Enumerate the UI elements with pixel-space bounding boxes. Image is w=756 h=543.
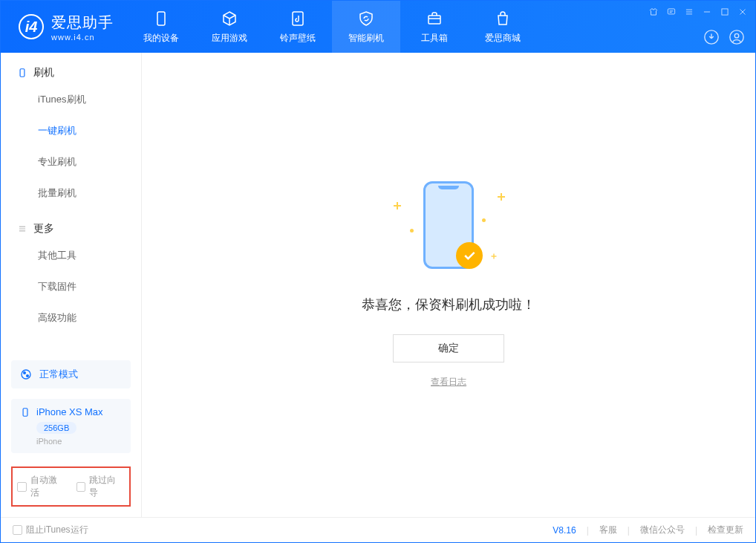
group-label: 更多	[33, 222, 54, 235]
dot-icon	[410, 229, 414, 233]
tshirt-icon[interactable]	[648, 7, 659, 17]
sidebar-item-pro-flash[interactable]: 专业刷机	[1, 146, 141, 178]
sidebar-item-itunes-flash[interactable]: iTunes刷机	[1, 84, 141, 115]
divider: |	[628, 525, 630, 536]
window-controls	[648, 7, 748, 17]
device-mode-card[interactable]: 正常模式	[11, 360, 131, 388]
flash-options-highlighted: 自动激活 跳过向导	[11, 466, 131, 507]
mode-icon	[20, 368, 32, 380]
menu-icon[interactable]	[684, 7, 694, 17]
sidebar-group-more: 更多	[1, 209, 141, 240]
music-file-icon	[289, 10, 307, 27]
tab-smart-flash[interactable]: 智能刷机	[332, 1, 400, 53]
sparkle-icon	[498, 193, 505, 201]
close-icon[interactable]	[737, 7, 748, 17]
main-content: 恭喜您，保资料刷机成功啦！ 确定 查看日志	[142, 53, 755, 517]
checkbox-skip-guide[interactable]: 跳过向导	[76, 474, 126, 499]
svg-rect-12	[23, 408, 27, 416]
support-link[interactable]: 客服	[599, 524, 617, 536]
tab-apps-games[interactable]: 应用游戏	[195, 1, 264, 53]
svg-rect-4	[722, 9, 728, 15]
sidebar-group-flash: 刷机	[1, 53, 141, 84]
version-label: V8.16	[553, 525, 576, 536]
tab-label: 工具箱	[421, 32, 448, 45]
divider: |	[695, 525, 697, 536]
view-log-link[interactable]: 查看日志	[431, 376, 466, 388]
tab-my-device[interactable]: 我的设备	[127, 1, 195, 53]
success-illustration	[389, 181, 508, 278]
main-tabs: 我的设备 应用游戏 铃声壁纸 智能刷机 工具箱 爱思商城	[127, 1, 537, 53]
svg-rect-1	[293, 12, 303, 25]
svg-rect-2	[428, 16, 440, 24]
svg-rect-8	[20, 69, 25, 77]
checkbox-icon	[76, 482, 86, 492]
download-icon[interactable]	[703, 29, 720, 45]
app-logo: i4 爱思助手 www.i4.cn	[1, 13, 127, 42]
feedback-icon[interactable]	[666, 7, 677, 17]
group-label: 刷机	[33, 66, 54, 79]
device-info-card[interactable]: iPhone XS Max 256GB iPhone	[11, 399, 131, 453]
check-update-link[interactable]: 检查更新	[708, 524, 743, 536]
toolbox-icon	[426, 10, 443, 27]
sidebar-item-advanced[interactable]: 高级功能	[1, 302, 141, 334]
success-message: 恭喜您，保资料刷机成功啦！	[362, 296, 535, 313]
sidebar-item-download-firmware[interactable]: 下载固件	[1, 271, 141, 302]
device-type: iPhone	[36, 437, 122, 446]
maximize-icon[interactable]	[720, 7, 730, 17]
svg-point-10	[24, 372, 26, 374]
checkbox-label: 阻止iTunes运行	[26, 524, 88, 536]
minimize-icon[interactable]	[702, 7, 712, 17]
checkbox-label: 跳过向导	[89, 474, 125, 499]
tab-store[interactable]: 爱思商城	[469, 1, 537, 53]
check-badge-icon	[456, 242, 483, 269]
sidebar-item-batch-flash[interactable]: 批量刷机	[1, 178, 141, 209]
footer: 阻止iTunes运行 V8.16 | 客服 | 微信公众号 | 检查更新	[1, 517, 755, 542]
sidebar-item-other-tools[interactable]: 其他工具	[1, 240, 141, 271]
checkbox-auto-activate[interactable]: 自动激活	[17, 474, 66, 499]
cube-icon	[221, 10, 238, 27]
wechat-link[interactable]: 微信公众号	[640, 524, 685, 536]
footer-right: V8.16 | 客服 | 微信公众号 | 检查更新	[553, 524, 743, 536]
device-icon	[17, 68, 27, 78]
sparkle-icon	[394, 202, 401, 209]
svg-point-6	[730, 30, 743, 44]
list-icon	[17, 224, 27, 234]
svg-point-7	[734, 33, 739, 38]
header-actions	[703, 29, 745, 45]
app-site: www.i4.cn	[51, 33, 114, 42]
device-name: iPhone XS Max	[36, 406, 103, 417]
svg-rect-0	[157, 12, 165, 25]
checkbox-block-itunes[interactable]: 阻止iTunes运行	[13, 524, 88, 536]
user-icon[interactable]	[729, 29, 745, 45]
device-mode: 正常模式	[39, 368, 78, 381]
tab-ringtone-wallpaper[interactable]: 铃声壁纸	[264, 1, 332, 53]
tab-label: 铃声壁纸	[280, 32, 316, 45]
logo-icon: i4	[19, 14, 44, 39]
device-storage: 256GB	[36, 422, 76, 434]
phone-icon	[20, 407, 30, 417]
tab-label: 智能刷机	[348, 32, 384, 45]
bag-icon	[494, 10, 512, 27]
app-name: 爱思助手	[51, 13, 114, 33]
svg-point-11	[27, 375, 29, 377]
dot-icon	[482, 218, 486, 222]
sparkle-icon	[492, 254, 497, 259]
svg-point-9	[22, 370, 30, 379]
checkbox-icon	[17, 482, 27, 492]
refresh-shield-icon	[357, 10, 375, 27]
tab-toolbox[interactable]: 工具箱	[400, 1, 469, 53]
divider: |	[587, 525, 589, 536]
phone-icon	[152, 10, 170, 27]
sidebar: 刷机 iTunes刷机 一键刷机 专业刷机 批量刷机 更多 其他工具 下载固件 …	[1, 53, 142, 517]
header: i4 爱思助手 www.i4.cn 我的设备 应用游戏 铃声壁纸 智能刷机	[1, 1, 755, 53]
svg-rect-3	[668, 9, 674, 14]
checkbox-label: 自动激活	[30, 474, 66, 499]
notch-icon	[438, 186, 459, 189]
tab-label: 我的设备	[143, 32, 179, 45]
checkbox-icon	[13, 525, 22, 535]
ok-button[interactable]: 确定	[393, 334, 504, 362]
tab-label: 应用游戏	[212, 32, 247, 45]
sidebar-item-oneclick-flash[interactable]: 一键刷机	[1, 115, 141, 146]
tab-label: 爱思商城	[485, 32, 521, 45]
